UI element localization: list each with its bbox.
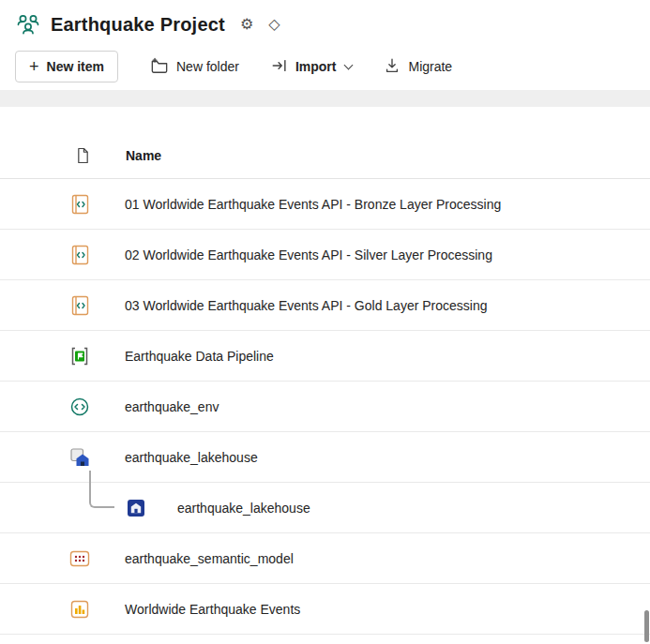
notebook-icon: [68, 294, 91, 317]
workspace-header: Earthquake Project ⚙ ◇: [0, 0, 650, 45]
chevron-down-icon: [344, 60, 354, 69]
table-row[interactable]: 01 Worldwide Earthquake Events API - Bro…: [0, 179, 650, 230]
new-folder-button[interactable]: New folder: [150, 57, 239, 77]
item-name[interactable]: earthquake_lakehouse: [177, 501, 310, 516]
migrate-icon: [384, 57, 401, 77]
item-name[interactable]: Worldwide Earthquake Events: [125, 602, 300, 617]
lakehouse-endpoint-icon: [125, 497, 147, 519]
import-label: Import: [295, 59, 337, 74]
table-row[interactable]: 03 Worldwide Earthquake Events API - Gol…: [0, 280, 650, 331]
table-row[interactable]: Earthquake Data Pipeline: [0, 331, 650, 382]
item-list: 01 Worldwide Earthquake Events API - Bro…: [0, 179, 650, 635]
import-icon: [271, 57, 288, 77]
environment-icon: [68, 396, 91, 418]
new-folder-icon: [150, 57, 169, 77]
document-icon[interactable]: [71, 147, 94, 164]
import-button[interactable]: Import: [271, 57, 353, 77]
page-title: Earthquake Project: [51, 14, 225, 36]
item-name[interactable]: Earthquake Data Pipeline: [125, 349, 274, 364]
migrate-button[interactable]: Migrate: [384, 57, 452, 77]
diamond-badge-icon[interactable]: ◇: [268, 17, 280, 32]
new-item-label: New item: [47, 59, 104, 74]
table-row[interactable]: earthquake_lakehouse: [0, 483, 650, 533]
migrate-label: Migrate: [408, 59, 452, 74]
tree-connector: [89, 471, 114, 508]
item-name[interactable]: 03 Worldwide Earthquake Events API - Gol…: [125, 298, 488, 313]
lakehouse-icon: [68, 446, 91, 469]
table-row[interactable]: earthquake_env: [0, 382, 650, 432]
table-row[interactable]: Worldwide Earthquake Events: [0, 584, 650, 635]
name-column-header[interactable]: Name: [126, 148, 161, 163]
notebook-icon: [68, 244, 91, 266]
plus-icon: +: [29, 58, 39, 75]
report-icon: [68, 598, 91, 621]
item-name[interactable]: earthquake_lakehouse: [125, 450, 258, 465]
notebook-icon: [68, 193, 91, 216]
item-name[interactable]: 01 Worldwide Earthquake Events API - Bro…: [125, 197, 501, 212]
pipeline-icon: [68, 345, 91, 367]
people-group-icon: [15, 11, 41, 37]
semantic-model-icon: [68, 547, 91, 570]
table-row[interactable]: 02 Worldwide Earthquake Events API - Sil…: [0, 230, 650, 280]
filter-band: [0, 90, 650, 107]
table-header: Name: [0, 107, 650, 179]
workspace-settings-icon[interactable]: ⚙: [240, 17, 253, 32]
table-row[interactable]: earthquake_semantic_model: [0, 533, 650, 584]
item-name[interactable]: 02 Worldwide Earthquake Events API - Sil…: [125, 247, 492, 262]
item-name[interactable]: earthquake_env: [125, 399, 219, 414]
item-name[interactable]: earthquake_semantic_model: [125, 551, 294, 566]
command-bar: + New item New folder Import Mig: [0, 45, 650, 88]
vertical-scrollbar-thumb[interactable]: [644, 610, 649, 642]
new-folder-label: New folder: [176, 59, 239, 74]
new-item-button[interactable]: + New item: [15, 51, 118, 82]
